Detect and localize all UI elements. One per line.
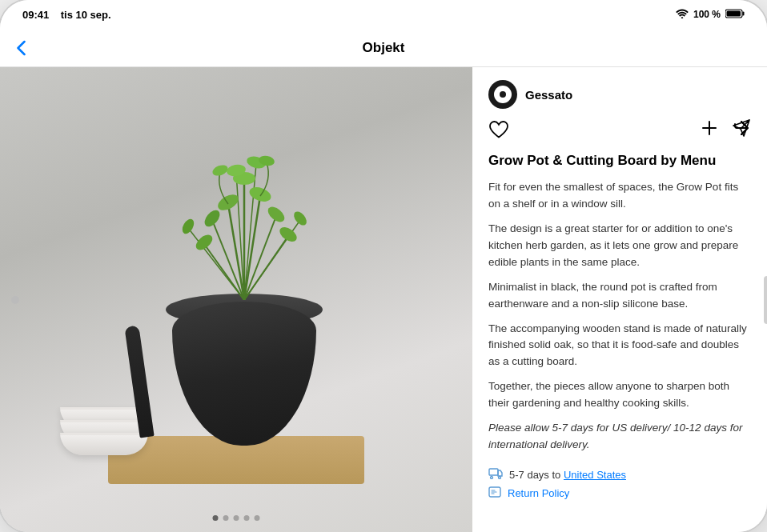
product-details-panel: Gessato: [472, 67, 767, 532]
dot-3: [234, 515, 239, 521]
product-desc-2: The design is a great starter for or add…: [488, 221, 751, 271]
plants-svg: [140, 140, 348, 300]
seller-avatar-dot: [500, 91, 506, 98]
dot-5: [255, 515, 260, 521]
battery-icon: [725, 9, 745, 21]
return-policy-label[interactable]: Return Policy: [508, 487, 569, 499]
svg-line-11: [188, 228, 244, 300]
status-icons: 100 %: [676, 9, 745, 21]
content-area: Gessato: [0, 67, 767, 532]
share-button[interactable]: [732, 118, 751, 141]
delivery-row: 5-7 days to United States: [488, 468, 751, 482]
date-display: tis 10 sep.: [61, 9, 111, 21]
svg-point-23: [291, 209, 309, 227]
dot-1: [213, 515, 219, 521]
delivery-country[interactable]: United States: [564, 469, 626, 481]
svg-point-20: [193, 232, 215, 253]
svg-point-22: [180, 217, 196, 235]
dot-2: [223, 515, 229, 521]
svg-point-26: [211, 163, 230, 178]
side-button: [764, 276, 767, 324]
status-bar: 09:41 tis 10 sep. 100 %: [0, 0, 767, 29]
product-desc-1: Fit for even the smallest of spaces, the…: [488, 179, 751, 213]
pot: [172, 294, 316, 446]
svg-point-18: [265, 204, 287, 225]
delivery-section: 5-7 days to United States Return Policy: [488, 468, 751, 503]
image-background: [0, 67, 472, 532]
delivery-label: 5-7 days to: [509, 469, 560, 481]
svg-point-32: [499, 477, 501, 479]
product-scene: [44, 140, 428, 484]
image-dots: [213, 515, 260, 521]
product-desc-4: The accompanying wooden stand is made of…: [488, 321, 751, 371]
seller-row: Gessato: [488, 80, 751, 109]
product-title: Grow Pot & Cutting Board by Menu: [488, 152, 751, 170]
nav-bar: Objekt: [0, 29, 767, 67]
back-button[interactable]: [16, 40, 26, 56]
status-time: 09:41 tis 10 sep.: [22, 9, 111, 21]
action-icons: [700, 118, 751, 141]
bowl-bottom: [60, 433, 148, 455]
favorite-button[interactable]: [488, 120, 509, 139]
svg-point-0: [681, 17, 683, 18]
return-policy-row[interactable]: Return Policy: [488, 486, 751, 500]
svg-rect-30: [489, 469, 498, 475]
svg-line-7: [244, 216, 276, 300]
product-desc-5: Together, the pieces allow anyone to sha…: [488, 378, 751, 412]
product-desc-6: Please allow 5-7 days for US delivery/ 1…: [488, 420, 751, 454]
svg-point-21: [277, 224, 299, 244]
dot-4: [244, 515, 250, 521]
delivery-text: 5-7 days to United States: [509, 469, 626, 481]
svg-point-17: [202, 207, 223, 229]
return-icon: [488, 486, 501, 500]
svg-rect-2: [743, 11, 745, 15]
battery-percentage: 100 %: [693, 9, 721, 20]
device-dot: [11, 296, 19, 304]
nav-title: Objekt: [363, 40, 405, 56]
wifi-icon: [676, 9, 689, 21]
seller-avatar-inner: [494, 86, 512, 103]
seller-avatar: [488, 80, 517, 109]
svg-rect-3: [727, 10, 741, 16]
svg-point-31: [491, 477, 493, 479]
product-desc-3: Minimalist in black, the round pot is cr…: [488, 279, 751, 313]
pot-body: [172, 302, 316, 446]
truck-icon: [488, 468, 503, 482]
product-image: [0, 67, 472, 532]
time-display: 09:41: [22, 9, 49, 21]
seller-name[interactable]: Gessato: [525, 88, 572, 102]
action-row: [488, 118, 751, 141]
add-button[interactable]: [700, 118, 719, 141]
